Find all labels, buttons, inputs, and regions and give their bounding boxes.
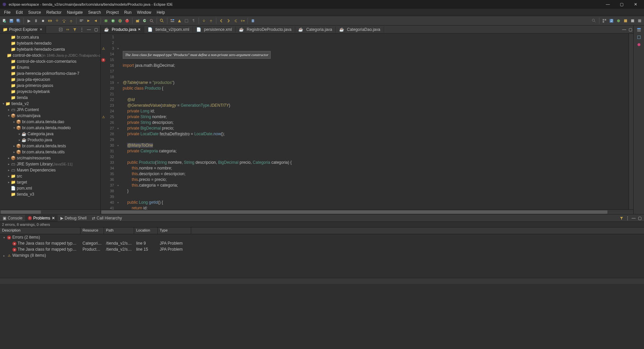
- tree-item[interactable]: 📁bytebank-heredado: [0, 40, 100, 46]
- outline-icon[interactable]: [636, 27, 642, 33]
- tree-item[interactable]: ▸📁src: [0, 173, 100, 179]
- warning-icon[interactable]: ⚠: [101, 47, 105, 51]
- col-resource[interactable]: Resource: [80, 228, 104, 234]
- close-icon[interactable]: ✕: [39, 28, 43, 31]
- menu-file[interactable]: File: [1, 9, 13, 15]
- save-all-icon[interactable]: [15, 18, 21, 24]
- minimize-editor-icon[interactable]: —: [621, 27, 627, 33]
- tree-item[interactable]: ▸📁target: [0, 179, 100, 185]
- col-path[interactable]: Path: [104, 228, 134, 234]
- stop-icon[interactable]: ■: [40, 18, 46, 24]
- problems-header[interactable]: Description Resource Path Location Type: [0, 228, 644, 234]
- problem-row[interactable]: × The Java class for mapped type "Produc…: [0, 246, 644, 252]
- ext-tools-icon[interactable]: [124, 18, 130, 24]
- editor-tab[interactable]: ☕Categoria.java: [295, 26, 336, 33]
- problem-row[interactable]: × The Java class for mapped type "Catego…: [0, 240, 644, 246]
- tree-item[interactable]: ▸🗃Maven Dependencies: [0, 167, 100, 173]
- menu-navigate[interactable]: Navigate: [64, 9, 85, 15]
- javaee-perspective-icon[interactable]: [637, 18, 643, 24]
- back-icon[interactable]: [218, 18, 224, 24]
- jpa-icon[interactable]: [636, 42, 642, 48]
- tree-item[interactable]: 📁java-pila-ejecucion: [0, 77, 100, 83]
- col-location[interactable]: Location: [134, 228, 158, 234]
- problem-row[interactable]: ▸ ⚠ Warnings (8 items): [0, 252, 644, 258]
- close-icon[interactable]: ✕: [138, 28, 141, 31]
- col-type[interactable]: Type: [158, 228, 191, 234]
- disconnect-icon[interactable]: [47, 18, 53, 24]
- tree-item[interactable]: 📁control-de-stock (in 1846-Java-y-JDBC-T…: [0, 52, 100, 58]
- menu-edit[interactable]: Edit: [13, 9, 25, 15]
- next-icon[interactable]: [201, 18, 207, 24]
- link-editor-icon[interactable]: [65, 27, 71, 33]
- twisty-icon[interactable]: ▸: [7, 108, 11, 111]
- next-annotation-icon[interactable]: [86, 18, 92, 24]
- error-icon[interactable]: ×: [101, 58, 105, 62]
- prev-annotation-icon[interactable]: [93, 18, 99, 24]
- coverage-icon[interactable]: [117, 18, 123, 24]
- toggle-breadcrumb-icon[interactable]: [169, 18, 175, 24]
- fold-icon[interactable]: ●: [117, 80, 119, 86]
- twisty-icon[interactable]: ▸: [7, 168, 11, 172]
- close-button[interactable]: ✕: [629, 1, 642, 8]
- twisty-icon[interactable]: ▸: [12, 150, 16, 154]
- twisty-icon[interactable]: ▸: [7, 181, 11, 184]
- git-perspective-icon[interactable]: [630, 18, 636, 24]
- tree-item[interactable]: ▸☕Categoria.java: [0, 131, 100, 137]
- tree-item[interactable]: 📁proyecto-bytebank: [0, 89, 100, 95]
- fold-icon[interactable]: ●: [117, 126, 119, 131]
- horizontal-scrollbar[interactable]: [0, 209, 100, 214]
- maximize-view-icon[interactable]: ▢: [93, 27, 99, 33]
- tree-item[interactable]: ▸🗃JPA Content: [0, 107, 100, 113]
- play-icon[interactable]: ▶: [26, 18, 32, 24]
- back-hist-icon[interactable]: [232, 18, 238, 24]
- tree-item[interactable]: ▾📦src/main/java: [0, 113, 100, 119]
- twisty-icon[interactable]: ▸: [17, 132, 21, 136]
- editor-tab[interactable]: 📄persistence.xml: [193, 26, 235, 33]
- menu-window[interactable]: Window: [134, 9, 154, 15]
- show-whitespace-icon[interactable]: ¶: [191, 18, 197, 24]
- open-type-icon[interactable]: [149, 18, 155, 24]
- annotation-ruler[interactable]: ⚠×⚠: [101, 34, 106, 209]
- editor-hscrollbar[interactable]: [101, 209, 633, 214]
- tree-item[interactable]: 📁bytebank-heredado-cuenta: [0, 46, 100, 52]
- forward-icon[interactable]: [225, 18, 231, 24]
- fold-icon[interactable]: ●: [117, 200, 119, 205]
- tree-item[interactable]: 📁Enums: [0, 64, 100, 70]
- tab-debug-shell[interactable]: ▶Debug Shell: [58, 215, 89, 221]
- editor-tab[interactable]: ☕Producto.java✕: [101, 26, 144, 33]
- fold-icon[interactable]: ●: [117, 143, 119, 148]
- minimize-button[interactable]: —: [601, 1, 614, 8]
- minimize-view-icon[interactable]: —: [631, 215, 637, 221]
- save-icon[interactable]: [8, 18, 14, 24]
- tree-item[interactable]: ▸☕Producto.java: [0, 137, 100, 143]
- run-icon[interactable]: [110, 18, 116, 24]
- tree-item[interactable]: ▾📁tienda_v2: [0, 101, 100, 107]
- maximize-view-icon[interactable]: ▢: [637, 215, 643, 221]
- problems-body[interactable]: ▾ × Errors (2 items) × The Java class fo…: [0, 234, 644, 278]
- fold-ruler[interactable]: ●●●●●●●●●●●: [115, 34, 121, 209]
- twisty-icon[interactable]: ▾: [12, 126, 16, 130]
- close-icon[interactable]: ✕: [52, 216, 55, 220]
- project-tree[interactable]: 📁br.com.alura📁bytebank-heredado📁bytebank…: [0, 34, 100, 209]
- prev-icon[interactable]: [208, 18, 214, 24]
- maximize-button[interactable]: ▢: [615, 1, 628, 8]
- twisty-icon[interactable]: ▸: [17, 138, 21, 142]
- code-area[interactable]: The Java class for mapped type "Producto…: [121, 34, 629, 209]
- tree-item[interactable]: ▸🗃JRE System Library [JavaSE-11]: [0, 161, 100, 167]
- step-over-icon[interactable]: [61, 18, 67, 24]
- project-explorer-tab[interactable]: 📁 Project Explorer ✕: [0, 26, 46, 33]
- tree-item[interactable]: ▸📦br.com.alura.tienda.utils: [0, 149, 100, 155]
- warning-icon[interactable]: ⚠: [101, 115, 105, 119]
- twisty-icon[interactable]: ▸: [7, 162, 11, 166]
- minimize-view-icon[interactable]: —: [86, 27, 92, 33]
- overview-ruler[interactable]: [629, 34, 633, 209]
- twisty-icon[interactable]: ▾: [1, 102, 5, 105]
- toggle-mark-icon[interactable]: [78, 18, 85, 24]
- menu-run[interactable]: Run: [121, 9, 134, 15]
- new-icon[interactable]: [1, 18, 7, 24]
- editor-tab[interactable]: ☕RegistroDeProducto.java: [235, 26, 295, 33]
- last-edit-icon[interactable]: [239, 18, 246, 24]
- tree-item[interactable]: ▾📦br.com.alura.tienda.modelo: [0, 125, 100, 131]
- tab-problems[interactable]: !Problems✕: [25, 215, 58, 221]
- pause-icon[interactable]: ⏸: [33, 18, 39, 24]
